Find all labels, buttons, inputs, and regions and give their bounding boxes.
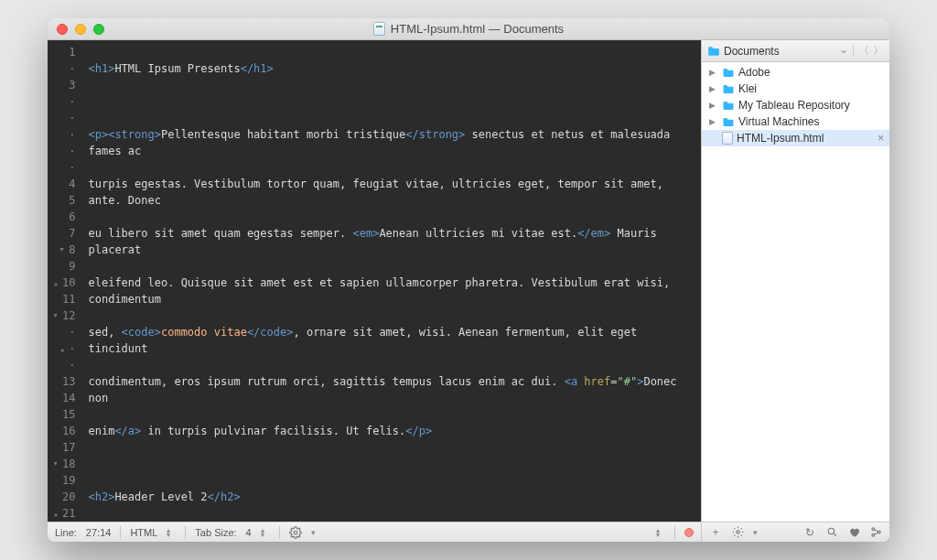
line-gutter: 1·3·····456789101112···13141516171819202… bbox=[48, 40, 82, 522]
line-label: Line: bbox=[55, 527, 77, 538]
window-controls bbox=[57, 24, 104, 35]
titlebar: HTML-Ipsum.html — Documents bbox=[48, 18, 889, 40]
sidebar-folder-item[interactable]: ▶Virtual Machines bbox=[702, 113, 889, 130]
zoom-window-button[interactable] bbox=[93, 24, 104, 35]
svg-point-5 bbox=[878, 531, 880, 533]
scm-icon[interactable] bbox=[869, 526, 882, 539]
cursor-position[interactable]: 27:14 bbox=[86, 527, 112, 538]
tab-size-value[interactable]: 4 bbox=[246, 527, 252, 538]
sidebar-header[interactable]: Documents ⌄ | 〈 〉 bbox=[702, 40, 889, 62]
folder-icon bbox=[722, 117, 735, 127]
record-icon[interactable] bbox=[684, 528, 694, 537]
app-window: HTML-Ipsum.html — Documents 1·3·····4567… bbox=[48, 18, 889, 542]
window-title-text: HTML-Ipsum.html — Documents bbox=[391, 22, 564, 36]
sidebar-item-label: Virtual Machines bbox=[738, 115, 820, 128]
folder-icon bbox=[722, 68, 735, 78]
gear-icon[interactable] bbox=[731, 526, 744, 539]
language-mode[interactable]: HTML bbox=[130, 527, 157, 538]
code-content[interactable]: <h1>HTML Ipsum Presents</h1> <p><strong>… bbox=[82, 40, 701, 522]
editor-pane: 1·3·····456789101112···13141516171819202… bbox=[48, 40, 701, 542]
close-window-button[interactable] bbox=[57, 24, 68, 35]
sidebar-file-list: ▶Adobe▶Klei▶My Tableau Repository▶Virtua… bbox=[702, 62, 889, 522]
sidebar-header-label: Documents bbox=[724, 45, 780, 58]
folder-icon bbox=[707, 46, 720, 57]
svg-point-3 bbox=[871, 528, 874, 531]
heart-icon[interactable] bbox=[847, 526, 860, 539]
document-icon bbox=[373, 22, 385, 36]
disclosure-triangle-icon[interactable]: ▶ bbox=[709, 117, 718, 126]
sidebar-item-label: My Tableau Repository bbox=[738, 99, 850, 112]
svg-point-2 bbox=[828, 528, 835, 534]
minimize-window-button[interactable] bbox=[75, 24, 86, 35]
sidebar-folder-item[interactable]: ▶My Tableau Repository bbox=[702, 97, 889, 113]
chevron-down-icon[interactable]: ⌄ bbox=[839, 43, 848, 59]
sidebar-item-label: HTML-Ipsum.html bbox=[737, 132, 824, 145]
file-icon bbox=[722, 132, 733, 145]
nav-back-icon[interactable]: 〈 bbox=[858, 43, 869, 59]
chevron-down-icon[interactable]: ▾ bbox=[311, 528, 316, 537]
svg-point-4 bbox=[871, 533, 874, 536]
sidebar-footer: ＋ ▾ ↻ bbox=[702, 522, 889, 542]
nav-forward-icon[interactable]: 〉 bbox=[873, 43, 884, 59]
disclosure-triangle-icon[interactable]: ▶ bbox=[709, 68, 718, 77]
chevron-updown-icon[interactable]: ▴▾ bbox=[167, 528, 176, 537]
close-icon[interactable]: × bbox=[878, 132, 884, 145]
disclosure-triangle-icon[interactable]: ▶ bbox=[709, 101, 718, 110]
disclosure-triangle-icon[interactable]: ▶ bbox=[709, 84, 718, 93]
code-editor[interactable]: 1·3·····456789101112···13141516171819202… bbox=[48, 40, 701, 522]
sidebar-folder-item[interactable]: ▶Adobe bbox=[702, 64, 889, 81]
svg-point-0 bbox=[294, 531, 297, 534]
refresh-icon[interactable]: ↻ bbox=[803, 526, 816, 539]
chevron-down-icon[interactable]: ▾ bbox=[753, 528, 758, 537]
chevron-updown-icon[interactable]: ▴▾ bbox=[261, 528, 270, 537]
folder-icon bbox=[722, 101, 735, 111]
file-browser-sidebar: Documents ⌄ | 〈 〉 ▶Adobe▶Klei▶My Tableau… bbox=[701, 40, 889, 542]
svg-point-1 bbox=[736, 531, 738, 533]
sidebar-item-label: Adobe bbox=[738, 66, 770, 79]
chevron-updown-icon[interactable]: ▴▾ bbox=[656, 528, 665, 537]
status-bar: Line: 27:14 HTML ▴▾ Tab Size: 4 ▴▾ ▾ ▴▾ bbox=[48, 522, 701, 542]
sidebar-item-label: Klei bbox=[738, 82, 757, 95]
sidebar-folder-item[interactable]: ▶Klei bbox=[702, 81, 889, 97]
tab-size-label: Tab Size: bbox=[195, 527, 236, 538]
plus-icon[interactable]: ＋ bbox=[709, 526, 722, 539]
folder-icon bbox=[722, 84, 735, 94]
gear-icon[interactable] bbox=[289, 526, 302, 539]
sidebar-file-item[interactable]: HTML-Ipsum.html× bbox=[702, 130, 889, 146]
window-title: HTML-Ipsum.html — Documents bbox=[373, 22, 564, 36]
search-icon[interactable] bbox=[825, 526, 838, 539]
